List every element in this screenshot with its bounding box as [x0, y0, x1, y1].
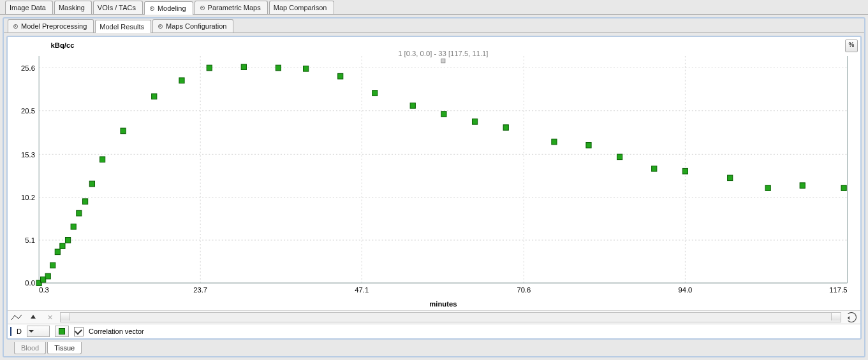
svg-rect-49 [372, 90, 378, 96]
svg-text:25.6: 25.6 [21, 64, 35, 72]
svg-rect-50 [410, 103, 415, 109]
svg-rect-34 [60, 243, 65, 249]
svg-rect-43 [179, 78, 184, 83]
svg-text:10.2: 10.2 [21, 194, 35, 201]
svg-text:15.3: 15.3 [21, 150, 35, 158]
svg-rect-33 [55, 249, 60, 255]
svg-rect-42 [152, 94, 157, 99]
chart-canvas: 0.05.110.215.320.525.60.323.747.170.694.… [8, 37, 860, 310]
svg-rect-48 [338, 73, 343, 79]
svg-rect-31 [45, 273, 50, 279]
svg-rect-53 [503, 125, 508, 131]
svg-rect-44 [207, 65, 212, 71]
loop-icon[interactable] [845, 312, 858, 322]
percent-button[interactable]: % [845, 40, 858, 52]
svg-rect-60 [765, 185, 770, 191]
tab-label: Model Results [99, 23, 144, 31]
chart-panel: 0.05.110.215.320.525.60.323.747.170.694.… [6, 36, 862, 340]
line-shape-icon[interactable] [10, 312, 23, 322]
target-icon [149, 5, 155, 11]
svg-text:kBq/cc: kBq/cc [51, 41, 75, 49]
svg-rect-41 [121, 128, 126, 134]
svg-text:5.1: 5.1 [25, 236, 35, 244]
svg-text:minutes: minutes [429, 299, 457, 307]
svg-rect-61 [800, 183, 805, 189]
arrow-up-icon[interactable] [27, 312, 40, 322]
svg-rect-51 [441, 112, 446, 117]
svg-rect-36 [71, 224, 76, 229]
marker-style-button[interactable] [55, 326, 69, 337]
svg-rect-57 [652, 166, 657, 171]
series-letter: D [17, 328, 22, 335]
top-tab-map-comparison[interactable]: Map Comparison [269, 1, 334, 14]
svg-rect-38 [82, 199, 87, 205]
svg-rect-45 [241, 64, 246, 70]
sub-tab-model-results[interactable]: Model Results [95, 20, 151, 33]
sub-tab-model-preprocessing[interactable]: Model Preprocessing [8, 19, 94, 32]
mini-toolbar: ✕ [8, 310, 860, 324]
svg-rect-32 [50, 263, 55, 268]
bottom-tab-strip: BloodTissue [4, 342, 864, 356]
svg-marker-63 [31, 315, 36, 319]
svg-text:0.3: 0.3 [39, 286, 49, 294]
svg-rect-37 [77, 210, 82, 216]
legend-bar: D Correlation vector [8, 324, 860, 338]
svg-text:23.7: 23.7 [193, 286, 207, 294]
tab-label: Image Data [10, 4, 46, 11]
svg-text:117.5: 117.5 [829, 286, 847, 294]
bottom-tab-tissue[interactable]: Tissue [47, 342, 82, 354]
correlation-checkbox[interactable] [74, 327, 84, 336]
svg-text:20.5: 20.5 [21, 107, 35, 115]
target-icon [12, 23, 18, 29]
svg-rect-35 [65, 238, 70, 243]
tab-label: Parametric Maps [208, 4, 261, 11]
svg-rect-46 [276, 65, 281, 71]
svg-text:94.0: 94.0 [678, 286, 692, 294]
svg-rect-59 [728, 175, 733, 181]
sub-tab-maps-configuration[interactable]: Maps Configuration [152, 19, 233, 32]
save-icon[interactable] [10, 328, 11, 335]
svg-rect-47 [304, 66, 309, 72]
tab-label: Modeling [158, 4, 186, 12]
series-dropdown[interactable] [27, 326, 50, 337]
chevron-down-icon [29, 330, 34, 335]
svg-text:0.0: 0.0 [25, 279, 35, 287]
tab-label: Map Comparison [274, 4, 327, 11]
tab-label: Masking [59, 4, 85, 11]
svg-text:70.6: 70.6 [517, 286, 531, 294]
bottom-tab-blood[interactable]: Blood [14, 342, 46, 354]
tab-label: Maps Configuration [166, 22, 226, 30]
top-tab-parametric-maps[interactable]: Parametric Maps [195, 1, 268, 14]
svg-rect-28 [441, 59, 445, 62]
svg-rect-54 [552, 139, 557, 145]
tab-label: VOIs / TACs [98, 4, 136, 11]
sub-tab-strip: Model PreprocessingModel ResultsMaps Con… [4, 18, 864, 33]
svg-rect-40 [100, 157, 105, 162]
target-icon [157, 23, 163, 29]
svg-rect-56 [617, 154, 622, 160]
top-tab-image-data[interactable]: Image Data [5, 1, 53, 14]
content-wrap: Model PreprocessingModel ResultsMaps Con… [3, 17, 865, 357]
top-tab-strip: Image DataMaskingVOIs / TACsModelingPara… [0, 0, 868, 15]
close-icon: ✕ [43, 312, 56, 322]
svg-rect-55 [586, 143, 591, 148]
square-marker-icon [59, 328, 65, 335]
svg-rect-39 [89, 181, 94, 187]
svg-rect-62 [841, 185, 846, 191]
top-tab-masking[interactable]: Masking [54, 1, 92, 14]
chart-scrollbar[interactable] [60, 312, 841, 322]
chart-row: 0.05.110.215.320.525.60.323.747.170.694.… [8, 37, 860, 310]
svg-text:47.1: 47.1 [355, 286, 369, 294]
tab-label: Model Preprocessing [21, 22, 87, 30]
top-tab-vois-tacs[interactable]: VOIs / TACs [93, 1, 143, 14]
svg-rect-52 [472, 119, 477, 125]
correlation-label: Correlation vector [89, 328, 144, 335]
svg-text:1 [0.3, 0.0] - 33 [117.5, 11.1: 1 [0.3, 0.0] - 33 [117.5, 11.1] [398, 50, 488, 57]
svg-rect-30 [41, 277, 46, 283]
top-tab-modeling[interactable]: Modeling [144, 1, 193, 15]
target-icon [199, 4, 205, 11]
svg-rect-58 [682, 168, 688, 174]
